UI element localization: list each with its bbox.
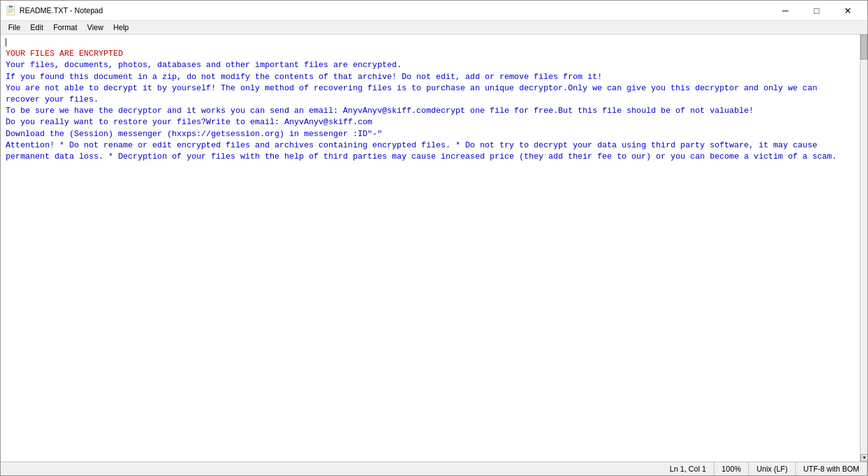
menu-bar: File Edit Format View Help (1, 21, 867, 34)
menu-view[interactable]: View (82, 22, 108, 33)
status-position: Ln 1, Col 1 (662, 462, 714, 475)
text-content: YOUR FILES ARE ENCRYPTED Your files, doc… (1, 34, 860, 462)
content-line2: YOUR FILES ARE ENCRYPTED (6, 48, 855, 60)
menu-file[interactable]: File (3, 22, 25, 33)
content-line3: Your files, documents, photos, databases… (6, 60, 855, 71)
notepad-window: README.TXT - Notepad ─ □ ✕ File Edit For… (0, 0, 868, 476)
content-line6: To be sure we have the decryptor and it … (6, 105, 855, 117)
status-line-ending: Unix (LF) (749, 462, 795, 475)
minimize-button[interactable]: ─ (771, 1, 800, 21)
maximize-button[interactable]: □ (802, 1, 831, 21)
status-zoom: 100% (714, 462, 750, 475)
content-line9: Attention! * Do not rename or edit encry… (6, 140, 855, 162)
scrollbar-vertical[interactable]: ▲ ▼ (860, 34, 867, 462)
svg-rect-1 (9, 6, 13, 8)
cursor-position (6, 37, 855, 48)
menu-edit[interactable]: Edit (25, 22, 48, 33)
menu-help[interactable]: Help (108, 22, 134, 33)
content-line4: If you found this document in a zip, do … (6, 71, 855, 83)
status-encoding: UTF-8 with BOM (796, 462, 867, 475)
content-line8: Download the (Session) messenger (hxxps:… (6, 129, 855, 140)
svg-rect-0 (7, 6, 14, 15)
menu-format[interactable]: Format (48, 22, 82, 33)
content-line5: You are not able to decrypt it by yourse… (6, 83, 855, 105)
notepad-icon (6, 6, 16, 16)
title-bar-controls: ─ □ ✕ (771, 1, 862, 21)
title-bar: README.TXT - Notepad ─ □ ✕ (1, 1, 867, 21)
content-line7: Do you really want to restore your files… (6, 117, 855, 128)
window-title: README.TXT - Notepad (19, 6, 103, 15)
title-bar-left: README.TXT - Notepad (6, 6, 103, 16)
close-button[interactable]: ✕ (834, 1, 862, 21)
scrollbar-thumb[interactable] (860, 34, 867, 60)
editor-area[interactable]: YOUR FILES ARE ENCRYPTED Your files, doc… (1, 34, 867, 462)
status-bar: Ln 1, Col 1 100% Unix (LF) UTF-8 with BO… (1, 462, 867, 475)
scroll-down-button[interactable]: ▼ (860, 454, 867, 462)
